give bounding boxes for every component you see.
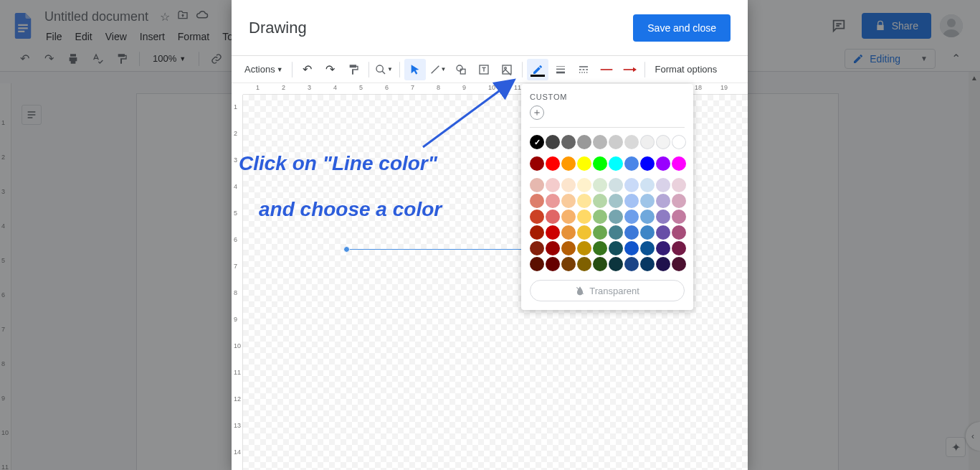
- textbox-tool-icon[interactable]: [473, 59, 495, 80]
- color-swatch[interactable]: [672, 178, 686, 192]
- color-swatch[interactable]: [672, 241, 686, 255]
- color-swatch[interactable]: [577, 210, 591, 224]
- line-weight-icon[interactable]: [550, 59, 571, 80]
- color-swatch[interactable]: [640, 178, 655, 192]
- color-swatch[interactable]: [624, 194, 639, 208]
- color-swatch[interactable]: [530, 156, 544, 171]
- select-tool-icon[interactable]: [404, 59, 426, 80]
- color-swatch[interactable]: [593, 210, 607, 224]
- color-swatch[interactable]: [593, 194, 607, 208]
- color-swatch[interactable]: [672, 135, 686, 149]
- color-swatch[interactable]: [609, 156, 623, 171]
- line-end-icon[interactable]: [619, 59, 640, 80]
- color-swatch[interactable]: [672, 194, 686, 208]
- color-swatch[interactable]: [624, 257, 639, 271]
- color-swatch[interactable]: [546, 210, 560, 224]
- color-swatch[interactable]: [656, 241, 670, 255]
- color-swatch[interactable]: [561, 135, 576, 149]
- color-swatch[interactable]: [546, 135, 560, 149]
- color-swatch[interactable]: [546, 241, 560, 255]
- color-swatch[interactable]: [609, 194, 623, 208]
- color-swatch[interactable]: [577, 194, 591, 208]
- color-swatch[interactable]: [640, 210, 655, 224]
- color-swatch[interactable]: [577, 135, 591, 149]
- zoom-icon[interactable]: ▼: [374, 59, 395, 80]
- color-swatch[interactable]: [624, 178, 639, 192]
- color-swatch[interactable]: [609, 135, 623, 149]
- color-swatch[interactable]: [561, 156, 576, 171]
- color-swatch[interactable]: [640, 257, 655, 271]
- line-color-button[interactable]: [527, 59, 548, 80]
- color-swatch[interactable]: [530, 241, 544, 255]
- line-tool-icon[interactable]: ▼: [427, 59, 449, 80]
- color-swatch[interactable]: [561, 225, 576, 240]
- add-custom-color-button[interactable]: ＋: [530, 105, 544, 120]
- color-swatch[interactable]: [530, 210, 544, 224]
- color-swatch[interactable]: [561, 210, 576, 224]
- color-swatch[interactable]: [624, 156, 639, 171]
- color-swatch[interactable]: [656, 257, 670, 271]
- color-swatch[interactable]: [593, 156, 607, 171]
- image-tool-icon[interactable]: [496, 59, 518, 80]
- color-swatch[interactable]: [656, 210, 670, 224]
- color-swatch[interactable]: [656, 178, 670, 192]
- color-swatch[interactable]: [624, 135, 639, 149]
- color-swatch[interactable]: [561, 257, 576, 271]
- color-swatch[interactable]: [672, 225, 686, 240]
- line-handle-start[interactable]: [343, 246, 350, 253]
- color-swatch[interactable]: [546, 178, 560, 192]
- color-swatch[interactable]: [530, 225, 544, 240]
- color-swatch[interactable]: [672, 156, 686, 171]
- color-swatch[interactable]: [656, 135, 670, 149]
- color-swatch[interactable]: [530, 257, 544, 271]
- format-options-button[interactable]: Format options: [650, 61, 723, 77]
- color-swatch[interactable]: [624, 210, 639, 224]
- redo-icon[interactable]: ↷: [320, 59, 341, 80]
- color-swatch[interactable]: [546, 225, 560, 240]
- line-start-icon[interactable]: [596, 59, 617, 80]
- color-swatch[interactable]: [593, 178, 607, 192]
- color-swatch[interactable]: [561, 241, 576, 255]
- color-swatch[interactable]: [672, 257, 686, 271]
- line-dash-icon[interactable]: [573, 59, 594, 80]
- save-and-close-button[interactable]: Save and close: [633, 14, 731, 42]
- color-swatch[interactable]: [577, 156, 591, 171]
- color-swatch[interactable]: [609, 178, 623, 192]
- undo-icon[interactable]: ↶: [297, 59, 318, 80]
- color-swatch[interactable]: [640, 194, 655, 208]
- transparent-button[interactable]: Transparent: [530, 280, 685, 301]
- shape-tool-icon[interactable]: [450, 59, 472, 80]
- color-swatch[interactable]: [577, 241, 591, 255]
- color-swatch[interactable]: [577, 178, 591, 192]
- color-swatch[interactable]: [577, 225, 591, 240]
- color-swatch[interactable]: [656, 225, 670, 240]
- color-swatch[interactable]: [546, 156, 560, 171]
- actions-menu[interactable]: Actions▼: [240, 61, 287, 77]
- paint-format-icon[interactable]: [343, 59, 364, 80]
- color-swatch[interactable]: [656, 194, 670, 208]
- color-swatch[interactable]: [624, 225, 639, 240]
- color-swatch[interactable]: [577, 257, 591, 271]
- color-swatch[interactable]: [546, 194, 560, 208]
- color-swatch[interactable]: [561, 194, 576, 208]
- color-swatch[interactable]: [530, 194, 544, 208]
- color-swatch[interactable]: [530, 135, 544, 149]
- color-swatch[interactable]: [640, 241, 655, 255]
- color-swatch[interactable]: [609, 225, 623, 240]
- color-swatch[interactable]: [640, 135, 655, 149]
- color-swatch[interactable]: [593, 225, 607, 240]
- color-swatch[interactable]: [546, 257, 560, 271]
- color-swatch[interactable]: [672, 210, 686, 224]
- color-swatch[interactable]: [640, 156, 655, 171]
- color-swatch[interactable]: [609, 210, 623, 224]
- color-swatch[interactable]: [593, 135, 607, 149]
- color-swatch[interactable]: [609, 257, 623, 271]
- color-swatch[interactable]: [593, 257, 607, 271]
- color-swatch[interactable]: [609, 241, 623, 255]
- color-swatch[interactable]: [624, 241, 639, 255]
- color-swatch[interactable]: [561, 178, 576, 192]
- color-swatch[interactable]: [593, 241, 607, 255]
- color-swatch[interactable]: [656, 156, 670, 171]
- color-swatch[interactable]: [530, 178, 544, 192]
- color-swatch[interactable]: [640, 225, 655, 240]
